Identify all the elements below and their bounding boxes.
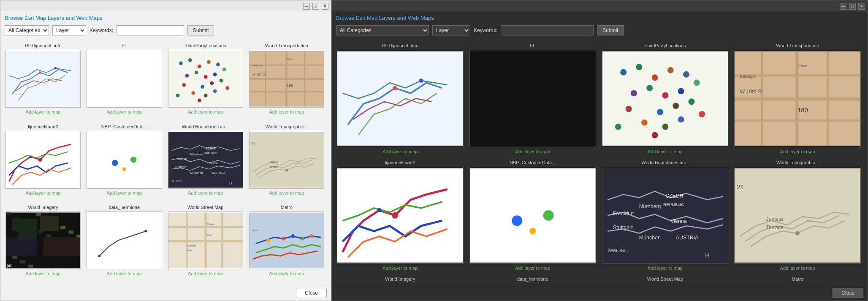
- minimize-btn-dark[interactable]: —: [840, 3, 846, 10]
- add-layer-link[interactable]: Add layer to map: [780, 149, 815, 154]
- svg-rect-86: [60, 226, 65, 229]
- add-layer-link[interactable]: Add layer to map: [269, 109, 304, 114]
- maximize-btn-dark[interactable]: □: [849, 3, 856, 10]
- footer-light: Close: [0, 285, 331, 301]
- categories-select-light[interactable]: All Categories: [5, 25, 49, 35]
- add-layer-link[interactable]: Add layer to map: [382, 149, 418, 154]
- thumbnail-image: JuniataTerrace22: [735, 167, 860, 264]
- add-layer-link[interactable]: Add layer to map: [107, 190, 142, 195]
- svg-point-22: [219, 79, 223, 83]
- close-btn-light-titlebar[interactable]: ✕: [322, 3, 328, 10]
- add-layer-link[interactable]: Add layer to map: [107, 109, 142, 114]
- add-layer-link[interactable]: Add layer to map: [26, 271, 61, 276]
- add-layer-link[interactable]: Add layer to map: [515, 266, 550, 271]
- layer-item: ThirdPartyLocationsAdd layer to map: [166, 41, 245, 120]
- type-select-dark[interactable]: Layer Map: [432, 25, 470, 35]
- thumbnail-image: FrankfurtStuttgartNürnbergCZECHREPUBLICV…: [602, 167, 728, 264]
- keywords-input-light[interactable]: [117, 25, 184, 35]
- minimize-btn-light[interactable]: —: [303, 3, 310, 10]
- svg-text:Juniata: Juniata: [268, 160, 279, 164]
- svg-point-115: [291, 234, 295, 238]
- svg-point-168: [529, 228, 536, 234]
- layer-item: World Street MapChattan...ParkBrennerPar…: [166, 203, 245, 282]
- layer-name: World Boundaries an...: [602, 160, 729, 165]
- svg-rect-93: [43, 238, 80, 256]
- close-btn-dark-titlebar[interactable]: ✕: [858, 3, 865, 10]
- layer-thumbnail: [87, 50, 162, 108]
- svg-point-11: [198, 65, 201, 68]
- svg-text:Stuttgart: Stuttgart: [174, 165, 186, 168]
- svg-text:icon: icon: [252, 228, 258, 232]
- svg-text:180: 180: [797, 107, 808, 114]
- svg-point-18: [222, 68, 226, 71]
- svg-text:Terrace: Terrace: [766, 224, 784, 230]
- layer-thumbnail: [337, 50, 464, 147]
- toolbar-dark: All Categories Layer Map Keywords: Submi…: [332, 23, 868, 38]
- layer-thumbnail: [5, 131, 81, 189]
- close-button-dark[interactable]: Close: [833, 288, 863, 298]
- layer-item: FLAdd layer to map: [85, 41, 163, 120]
- add-layer-link[interactable]: Add layer to map: [780, 266, 815, 271]
- add-layer-link[interactable]: Add layer to map: [107, 271, 142, 276]
- layer-name: lijnennetkaart2: [5, 124, 81, 129]
- layer-item: MetroiconAdd layer to map: [732, 275, 863, 282]
- svg-point-23: [191, 91, 195, 95]
- thumbnail-image: icon: [250, 212, 324, 269]
- layer-item: World Street MapChattan...ParkBrennerPar…: [600, 275, 730, 282]
- svg-point-133: [630, 90, 637, 96]
- svg-point-121: [393, 86, 397, 90]
- add-layer-link[interactable]: Add layer to map: [648, 149, 683, 154]
- layer-item: World Boundaries an...FrankfurtStuttgart…: [600, 158, 730, 273]
- svg-rect-87: [68, 230, 73, 233]
- svg-text:Park: Park: [207, 234, 212, 237]
- svg-point-28: [198, 99, 201, 103]
- thumbnail-image: [6, 131, 80, 188]
- svg-text:Brenner: Brenner: [187, 245, 196, 247]
- svg-point-9: [179, 61, 182, 65]
- svg-text:REPUBLIC: REPUBLIC: [663, 202, 684, 207]
- keywords-label-dark: Keywords:: [474, 27, 497, 33]
- layer-thumbnail: [337, 167, 464, 264]
- add-layer-link[interactable]: Add layer to map: [188, 109, 223, 114]
- layer-thumbnail: [87, 131, 162, 189]
- keywords-input-dark[interactable]: [501, 25, 594, 35]
- svg-rect-81: [20, 260, 25, 263]
- submit-btn-dark[interactable]: Submit: [597, 25, 624, 35]
- layer-item: World Imagery[■]Add layer to map: [335, 275, 465, 282]
- layer-name: RETlijnennet_info: [337, 43, 464, 48]
- add-layer-link[interactable]: Add layer to map: [269, 190, 304, 195]
- svg-point-163: [377, 208, 381, 212]
- layer-item: NBP_CustomerOuta...Add layer to map: [468, 158, 598, 273]
- layer-item: World Topographic...JuniataTerrace22Add …: [247, 122, 326, 201]
- svg-point-13: [216, 62, 220, 66]
- svg-point-21: [210, 81, 214, 85]
- svg-point-139: [657, 109, 663, 115]
- layer-item: ThirdPartyLocationsAdd layer to map: [600, 41, 730, 156]
- add-layer-link[interactable]: Add layer to map: [648, 266, 683, 271]
- add-layer-link[interactable]: Add layer to map: [269, 271, 304, 276]
- maximize-btn-light[interactable]: □: [312, 3, 319, 10]
- layer-item: RETlijnennet_infoAdd layer to map: [335, 41, 465, 156]
- layer-thumbnail: [168, 50, 243, 108]
- add-layer-link[interactable]: Add layer to map: [188, 271, 223, 276]
- add-layer-link[interactable]: Add layer to map: [515, 149, 550, 154]
- layer-item: data_hermioneAdd layer to map: [468, 275, 598, 282]
- add-layer-link[interactable]: Add layer to map: [26, 190, 61, 195]
- submit-btn-light[interactable]: Submit: [187, 25, 214, 35]
- svg-point-147: [651, 132, 658, 138]
- svg-point-44: [30, 155, 32, 158]
- add-layer-link[interactable]: Add layer to map: [382, 266, 418, 271]
- add-layer-link[interactable]: Add layer to map: [188, 190, 223, 195]
- categories-select-dark[interactable]: All Categories: [336, 25, 429, 35]
- svg-point-3: [54, 67, 57, 70]
- layer-name: World Street Map: [602, 277, 729, 282]
- type-select-light[interactable]: Layer Map: [52, 25, 86, 35]
- svg-text:CZECH: CZECH: [206, 146, 216, 150]
- layer-name: World Street Map: [168, 205, 243, 210]
- svg-rect-91: [40, 216, 59, 231]
- thumbnail-image: JuniataTerrace22: [250, 131, 324, 188]
- svg-point-145: [699, 111, 705, 117]
- dialog-title-light: Browse Esri Map Layers and Web Maps: [0, 12, 331, 23]
- add-layer-link[interactable]: Add layer to map: [26, 109, 61, 114]
- close-button-light[interactable]: Close: [296, 288, 327, 298]
